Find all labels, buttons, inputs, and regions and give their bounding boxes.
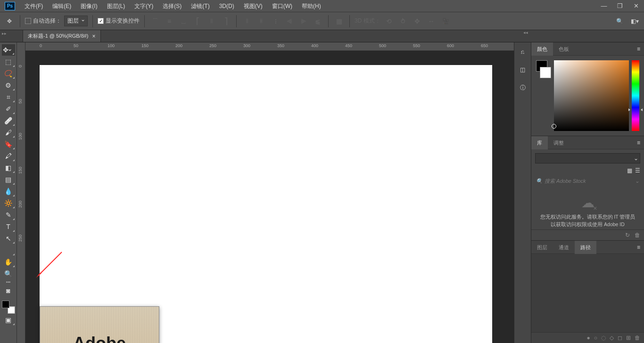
align-bottom-icon[interactable]: ⎵ xyxy=(178,16,189,27)
foreground-color-swatch[interactable] xyxy=(2,301,9,308)
quick-select-tool[interactable]: ⚙ xyxy=(2,80,15,91)
menu-view[interactable]: 视图(V) xyxy=(239,0,267,12)
search-icon[interactable]: 🔍 xyxy=(614,16,625,27)
stroke-path-icon[interactable]: ○ xyxy=(594,335,597,341)
sync-icon[interactable]: ↻ xyxy=(625,232,630,238)
menu-help[interactable]: 帮助(H) xyxy=(297,0,326,12)
show-transform-checkbox[interactable]: ✓ 显示变换控件 xyxy=(98,17,140,25)
load-selection-icon[interactable]: ◌ xyxy=(601,335,606,341)
align-vcenter-icon[interactable]: ≡ xyxy=(164,16,175,27)
grid-view-icon[interactable]: ▦ xyxy=(627,167,632,174)
distribute-top-icon[interactable]: ⫴ xyxy=(241,16,253,27)
distribute-bottom-icon[interactable]: ⫶ xyxy=(270,16,281,27)
gradient-tool[interactable]: ▤ xyxy=(2,174,15,185)
horizontal-ruler[interactable]: 0 50 100 150 200 250 300 350 400 450 500… xyxy=(25,42,514,51)
tab-libraries[interactable]: 库 xyxy=(531,136,548,149)
minimize-button[interactable]: — xyxy=(596,0,612,12)
maximize-button[interactable]: ❐ xyxy=(612,0,628,12)
menu-image[interactable]: 图像(I) xyxy=(76,0,102,12)
menu-file[interactable]: 文件(F) xyxy=(20,0,48,12)
dodge-tool[interactable]: 🔆 xyxy=(2,197,15,209)
delete-path-icon[interactable]: 🗑 xyxy=(635,335,640,341)
vertical-ruler[interactable]: 0 50 100 150 200 250 xyxy=(17,42,25,343)
orbit-icon[interactable]: ⟲ xyxy=(383,16,395,27)
doc-layout-icon[interactable]: ◧▾ xyxy=(629,16,640,27)
color-field[interactable] xyxy=(554,60,629,131)
menu-3d[interactable]: 3D(D) xyxy=(215,0,239,12)
distribute-hcenter-icon[interactable]: ⫸ xyxy=(298,16,309,27)
menu-filter[interactable]: 滤镜(T) xyxy=(186,0,214,12)
panel-menu-icon[interactable]: ≡ xyxy=(633,46,644,52)
move-tool-icon[interactable]: ✥ xyxy=(4,16,15,27)
background-swatch[interactable] xyxy=(540,67,551,78)
stamp-tool[interactable]: 🔖 xyxy=(2,139,15,150)
align-top-icon[interactable]: ⎴ xyxy=(149,16,161,27)
align-right-icon[interactable]: ⎤ xyxy=(220,16,231,27)
app-logo[interactable]: Ps xyxy=(5,2,15,10)
pen-tool[interactable]: ✎ xyxy=(2,209,15,220)
align-left-icon[interactable]: ⎡ xyxy=(192,16,203,27)
rectangle-tool[interactable] xyxy=(2,245,15,256)
menu-edit[interactable]: 编辑(E) xyxy=(48,0,76,12)
healing-tool[interactable]: 🩹 xyxy=(2,115,15,126)
distribute-vcenter-icon[interactable]: ⫵ xyxy=(256,16,267,27)
expand-toolbar-icon[interactable]: ▸▸ xyxy=(2,31,7,36)
canvas[interactable] xyxy=(40,65,492,343)
camera-icon[interactable]: 🎥 xyxy=(440,16,451,27)
tab-adjustments[interactable]: 调整 xyxy=(548,136,570,149)
pan-icon[interactable]: ✥ xyxy=(412,16,423,27)
panel-menu-icon[interactable]: ≡ xyxy=(633,139,644,146)
auto-align-icon[interactable]: ▦ xyxy=(333,16,345,27)
align-hcenter-icon[interactable]: ⦀ xyxy=(206,16,217,27)
collapse-panel-icon[interactable]: ◂◂ xyxy=(523,30,528,35)
eyedropper-tool[interactable]: ✐ xyxy=(2,103,15,114)
crop-tool[interactable]: ⌗ xyxy=(2,91,15,103)
tab-paths[interactable]: 路径 xyxy=(575,241,596,254)
hue-slider-thumb[interactable] xyxy=(630,108,641,110)
slide-icon[interactable]: ↔ xyxy=(426,16,437,27)
brush-tool[interactable]: 🖌 xyxy=(2,127,15,138)
move-tool[interactable]: ✥ xyxy=(2,44,15,56)
edit-toolbar-icon[interactable]: ••• xyxy=(6,280,10,285)
panel-menu-icon[interactable]: ≡ xyxy=(633,244,644,251)
properties-panel-icon[interactable]: ◫ xyxy=(518,65,528,74)
distribute-left-icon[interactable]: ⫷ xyxy=(284,16,295,27)
new-path-icon[interactable]: ⊞ xyxy=(626,335,631,341)
menu-layer[interactable]: 图层(L) xyxy=(102,0,130,12)
delete-icon[interactable]: 🗑 xyxy=(635,232,640,238)
menu-window[interactable]: 窗口(W) xyxy=(267,0,297,12)
library-search[interactable]: 🔍 搜索 Adobe Stock ⌄ xyxy=(535,176,640,187)
blur-tool[interactable]: 💧 xyxy=(2,186,15,197)
type-tool[interactable]: T xyxy=(2,221,15,232)
path-select-tool[interactable]: ↖ xyxy=(2,233,15,244)
info-panel-icon[interactable]: ⓘ xyxy=(518,83,528,92)
roll-icon[interactable]: ⥁ xyxy=(397,16,409,27)
history-brush-tool[interactable]: 🖍 xyxy=(2,150,15,162)
eraser-tool[interactable]: ◧ xyxy=(2,162,15,173)
dropdown-icon[interactable]: ⌄ xyxy=(635,178,639,184)
tab-swatches[interactable]: 色板 xyxy=(553,42,575,56)
menu-select[interactable]: 选择(S) xyxy=(158,0,186,12)
auto-select-checkbox[interactable]: 自动选择： xyxy=(25,17,61,25)
screen-mode-icon[interactable]: ▣ xyxy=(2,314,15,326)
list-view-icon[interactable]: ☰ xyxy=(635,167,640,174)
library-selector[interactable]: ⌄ xyxy=(535,153,640,163)
lasso-tool[interactable]: 📿 xyxy=(2,68,15,79)
tab-channels[interactable]: 通道 xyxy=(553,241,575,254)
hue-slider[interactable] xyxy=(632,60,639,131)
close-button[interactable]: ✕ xyxy=(628,0,644,12)
quick-mask-icon[interactable]: ◙ xyxy=(2,285,15,296)
paths-body[interactable] xyxy=(531,254,644,332)
color-swatches[interactable] xyxy=(2,301,15,314)
tab-layers[interactable]: 图层 xyxy=(531,241,553,254)
marquee-tool[interactable]: ⬚ xyxy=(2,56,15,67)
fill-path-icon[interactable]: ● xyxy=(587,335,590,341)
menu-type[interactable]: 文字(Y) xyxy=(130,0,158,12)
make-workpath-icon[interactable]: ◇ xyxy=(610,335,614,341)
distribute-right-icon[interactable]: ⫹ xyxy=(312,16,323,27)
document-tab[interactable]: 未标题-1 @ 50%(RGB/8#) × xyxy=(23,30,101,42)
history-panel-icon[interactable]: ⎌ xyxy=(518,47,528,57)
auto-select-target[interactable]: 图层 xyxy=(64,16,88,26)
zoom-tool[interactable]: 🔍 xyxy=(2,268,15,279)
close-tab-icon[interactable]: × xyxy=(92,33,96,40)
